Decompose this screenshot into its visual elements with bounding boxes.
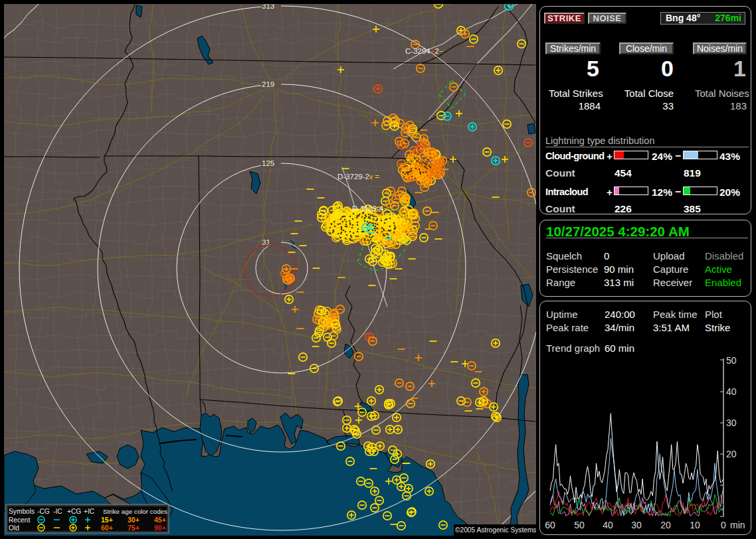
- svg-text:20: 20: [726, 449, 737, 459]
- svg-text:40: 40: [726, 386, 737, 397]
- svg-text:50: 50: [574, 520, 585, 530]
- svg-text:40: 40: [603, 520, 613, 530]
- svg-text:50: 50: [726, 355, 737, 366]
- svg-text:10: 10: [690, 520, 700, 530]
- svg-text:60: 60: [545, 520, 555, 530]
- svg-text:0: 0: [721, 520, 726, 530]
- svg-text:30: 30: [726, 418, 737, 428]
- svg-text:20: 20: [660, 520, 671, 530]
- svg-text:30: 30: [631, 520, 642, 530]
- svg-text:min: min: [730, 520, 745, 530]
